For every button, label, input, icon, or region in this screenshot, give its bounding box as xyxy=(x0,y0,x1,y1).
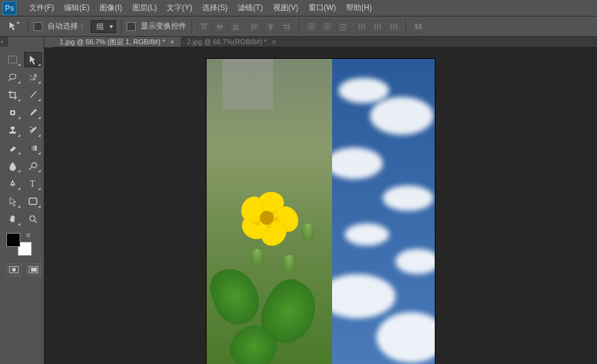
svg-rect-25 xyxy=(340,27,346,28)
brush-tool[interactable] xyxy=(24,105,42,120)
close-icon[interactable]: × xyxy=(170,38,174,46)
path-select-tool[interactable] xyxy=(4,194,22,209)
svg-rect-36 xyxy=(415,24,418,29)
svg-rect-37 xyxy=(419,24,421,29)
svg-rect-15 xyxy=(288,23,290,30)
svg-rect-32 xyxy=(380,24,381,29)
menu-type[interactable]: 文字(Y) xyxy=(162,0,197,16)
options-bar: 自动选择： 组 显示变换控件 xyxy=(0,16,597,37)
menu-window[interactable]: 窗口(W) xyxy=(304,0,341,16)
document-tabs: 1.jpg @ 66.7% (图层 1, RGB/8#) * × 2.jpg @… xyxy=(53,37,597,47)
menu-edit[interactable]: 编辑(E) xyxy=(59,0,94,16)
screen-mode-icon[interactable] xyxy=(27,263,42,276)
distribute-top-icon[interactable] xyxy=(304,20,318,33)
pen-tool[interactable] xyxy=(4,176,22,191)
type-tool[interactable]: T xyxy=(24,176,42,191)
show-transform-label: 显示变换控件 xyxy=(141,21,186,32)
panel-collapse-button[interactable] xyxy=(0,37,8,47)
move-tool[interactable] xyxy=(24,52,42,67)
canvas[interactable] xyxy=(44,47,597,364)
gradient-tool[interactable] xyxy=(24,141,42,156)
menu-layer[interactable]: 图层(L) xyxy=(127,0,162,16)
lasso-tool[interactable] xyxy=(4,70,22,85)
svg-rect-23 xyxy=(324,28,330,30)
crop-tool[interactable] xyxy=(4,87,22,103)
auto-select-dropdown[interactable]: 组 xyxy=(91,20,116,33)
marquee-tool[interactable] xyxy=(4,52,22,67)
menu-view[interactable]: 视图(V) xyxy=(268,0,304,16)
auto-align-icon[interactable] xyxy=(411,20,425,33)
shape-tool[interactable] xyxy=(24,194,42,209)
auto-select-label: 自动选择： xyxy=(48,21,86,32)
close-icon[interactable]: × xyxy=(272,38,276,46)
svg-rect-4 xyxy=(218,24,219,29)
separator xyxy=(28,20,29,34)
align-right-icon[interactable] xyxy=(279,20,293,33)
color-swatches[interactable]: ⤭ xyxy=(6,233,32,256)
menu-filter[interactable]: 滤镜(T) xyxy=(233,0,267,16)
align-left-icon[interactable] xyxy=(248,20,262,33)
align-bottom-icon[interactable] xyxy=(229,20,243,33)
svg-rect-26 xyxy=(340,29,346,30)
svg-point-47 xyxy=(32,163,37,168)
history-brush-tool[interactable] xyxy=(24,123,42,138)
menu-bar: Ps 文件(F) 编辑(E) 图像(I) 图层(L) 文字(Y) 选择(S) 滤… xyxy=(0,0,597,16)
align-vcenter-icon[interactable] xyxy=(213,20,227,33)
distribute-group-2 xyxy=(355,20,401,33)
separator xyxy=(298,20,299,34)
app-logo: Ps xyxy=(3,1,16,15)
menu-help[interactable]: 帮助(H) xyxy=(341,0,377,16)
svg-rect-13 xyxy=(268,25,273,26)
svg-rect-12 xyxy=(270,23,271,30)
distribute-vcenter-icon[interactable] xyxy=(320,20,334,33)
svg-rect-7 xyxy=(234,23,235,28)
zoom-tool[interactable] xyxy=(24,211,42,227)
svg-rect-11 xyxy=(254,27,257,28)
svg-rect-50 xyxy=(29,198,37,204)
distribute-bottom-icon[interactable] xyxy=(336,20,350,33)
svg-rect-21 xyxy=(324,23,330,25)
eyedropper-tool[interactable] xyxy=(24,87,42,103)
menu-image[interactable]: 图像(I) xyxy=(94,0,127,16)
blur-tool[interactable] xyxy=(4,158,22,173)
menu-select[interactable]: 选择(S) xyxy=(197,0,233,16)
stamp-tool[interactable] xyxy=(4,123,22,138)
quick-select-tool[interactable] xyxy=(24,70,42,85)
tab-label: 2.jpg @ 66.7%(RGB/8#) * xyxy=(187,38,267,46)
healing-tool[interactable] xyxy=(4,105,22,120)
svg-rect-1 xyxy=(202,25,203,30)
tab-label: 1.jpg @ 66.7% (图层 1, RGB/8#) * xyxy=(60,37,165,47)
svg-rect-29 xyxy=(364,23,365,30)
svg-rect-31 xyxy=(377,23,378,30)
svg-point-53 xyxy=(12,268,16,272)
svg-rect-55 xyxy=(31,268,37,272)
svg-rect-44 xyxy=(12,129,13,132)
distribute-left-icon[interactable] xyxy=(355,20,369,33)
svg-rect-20 xyxy=(308,28,314,30)
quick-mask-icon[interactable] xyxy=(6,263,22,276)
svg-rect-34 xyxy=(394,23,395,30)
svg-rect-38 xyxy=(9,56,17,63)
distribute-right-icon[interactable] xyxy=(387,20,401,33)
align-group-1 xyxy=(197,20,243,33)
eraser-tool[interactable] xyxy=(4,141,22,156)
auto-select-checkbox[interactable] xyxy=(34,22,42,31)
svg-text:T: T xyxy=(30,179,35,189)
hand-tool[interactable] xyxy=(4,211,22,227)
svg-rect-28 xyxy=(361,23,363,30)
align-hcenter-icon[interactable] xyxy=(264,20,278,33)
menu-file[interactable]: 文件(F) xyxy=(24,0,59,16)
svg-point-48 xyxy=(12,183,14,185)
tab-2[interactable]: 2.jpg @ 66.7%(RGB/8#) * × xyxy=(181,37,283,47)
tab-1[interactable]: 1.jpg @ 66.7% (图层 1, RGB/8#) * × xyxy=(53,37,181,47)
align-top-icon[interactable] xyxy=(197,20,211,33)
dodge-tool[interactable] xyxy=(24,158,42,173)
svg-rect-9 xyxy=(252,23,253,30)
foreground-color[interactable] xyxy=(6,233,20,247)
distribute-hcenter-icon[interactable] xyxy=(371,20,385,33)
show-transform-checkbox[interactable] xyxy=(127,22,136,31)
swap-colors-icon[interactable]: ⤭ xyxy=(25,232,30,239)
svg-rect-22 xyxy=(324,26,330,27)
svg-rect-42 xyxy=(11,112,14,113)
svg-point-51 xyxy=(30,216,35,221)
